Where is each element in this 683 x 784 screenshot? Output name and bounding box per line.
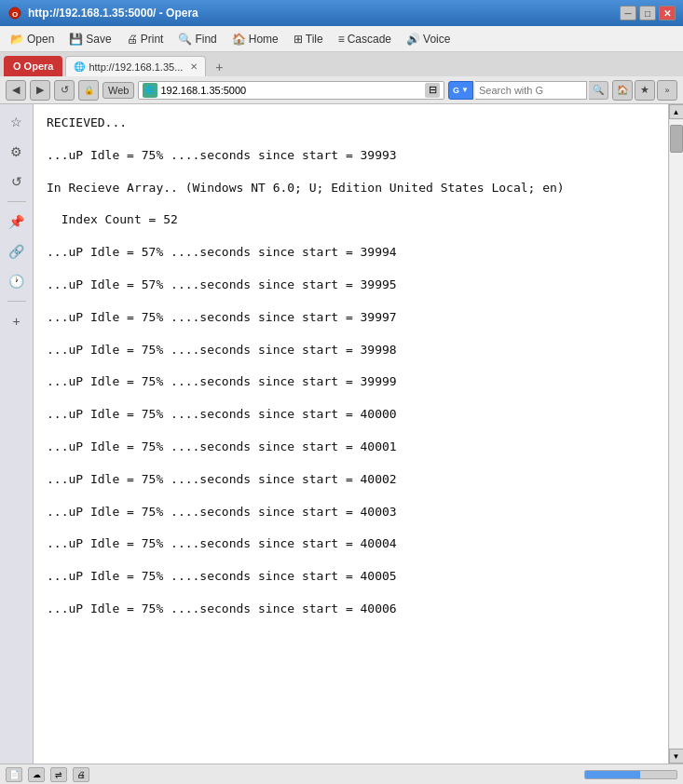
search-engine-button[interactable]: G ▼ [448, 81, 473, 100]
content-area[interactable]: RECIEVED......uP Idle = 75% ....seconds … [34, 104, 668, 764]
content-line: ...uP Idle = 75% ....seconds since start… [47, 308, 655, 328]
menu-open[interactable]: 📂 Open [4, 30, 61, 48]
search-section: G ▼ 🔍 [448, 81, 608, 100]
search-go-icon: 🔍 [593, 85, 604, 95]
forward-button[interactable]: ▶ [30, 80, 50, 101]
content-line [47, 587, 655, 600]
menu-tile-label: Tile [306, 33, 323, 46]
back-button[interactable]: ◀ [6, 80, 26, 101]
status-page-button[interactable]: 📄 [6, 767, 22, 782]
content-line [47, 263, 655, 276]
menu-home[interactable]: 🏠 Home [225, 30, 285, 48]
save-icon: 💾 [69, 33, 83, 46]
menu-tile[interactable]: ⊞ Tile [287, 30, 330, 48]
menu-print[interactable]: 🖨 Print [120, 30, 171, 48]
search-go-button[interactable]: 🔍 [589, 81, 608, 100]
menu-bar: 📂 Open 💾 Save 🖨 Print 🔍 Find 🏠 Home ⊞ Ti… [0, 26, 683, 52]
content-line [47, 457, 655, 470]
sidebar-sync-icon[interactable]: ↺ [5, 169, 29, 194]
minimize-button[interactable]: ─ [620, 6, 636, 20]
window-title: http://192.168.1.35:5000/ - Opera [28, 7, 620, 20]
window-controls: ─ □ ✕ [620, 6, 676, 20]
scroll-down-button[interactable]: ▼ [669, 749, 684, 764]
menu-find[interactable]: 🔍 Find [171, 30, 223, 48]
content-line: ...uP Idle = 75% ....seconds since start… [47, 503, 655, 522]
search-engine-logo: G [453, 86, 459, 95]
tab-bar: O Opera 🌐 http://192.168.1.35... ✕ + [0, 52, 683, 76]
content-line [47, 490, 655, 503]
open-icon: 📂 [10, 33, 24, 46]
menu-print-label: Print [141, 33, 164, 46]
web-badge: Web [102, 82, 134, 99]
content-line [47, 230, 655, 243]
cascade-icon: ≡ [338, 33, 345, 46]
opera-logo-tab[interactable]: O Opera [4, 56, 62, 76]
right-scrollbar: ▲ ▼ [668, 104, 683, 764]
status-bar: 📄 ☁ ⇌ 🖨 [0, 764, 683, 784]
content-line [47, 425, 655, 438]
sidebar-history-icon[interactable]: 🕐 [5, 269, 29, 293]
menu-open-label: Open [27, 33, 54, 46]
left-sidebar: ☆ ⚙ ↺ 📌 🔗 🕐 + [0, 104, 34, 764]
content-line [47, 197, 655, 210]
sidebar-add-icon[interactable]: + [5, 309, 29, 333]
content-line: ...uP Idle = 75% ....seconds since start… [47, 438, 655, 457]
address-bar[interactable]: 🌐 ⊟ [138, 81, 444, 100]
navigation-bar: ◀ ▶ ↺ 🔒 Web 🌐 ⊟ G ▼ 🔍 🏠 ★ » [0, 76, 683, 104]
scroll-up-button[interactable]: ▲ [669, 104, 684, 119]
content-line: ...uP Idle = 75% ....seconds since start… [47, 534, 655, 554]
menu-save[interactable]: 💾 Save [62, 30, 117, 48]
menu-cascade[interactable]: ≡ Cascade [332, 30, 398, 48]
address-bookmark-icon: ⊟ [425, 83, 440, 98]
status-progress-area [95, 770, 677, 779]
sidebar-star-icon[interactable]: ☆ [5, 110, 29, 134]
sidebar-settings-icon[interactable]: ⚙ [5, 140, 29, 164]
content-line [47, 554, 655, 567]
content-line: In Recieve Array.. (Windows NT 6.0; U; E… [47, 179, 655, 198]
tab-close-button[interactable]: ✕ [190, 61, 198, 72]
page-tab-1[interactable]: 🌐 http://192.168.1.35... ✕ [65, 56, 206, 76]
lock-button[interactable]: 🔒 [78, 80, 99, 101]
menu-find-label: Find [195, 33, 216, 46]
bookmark-button[interactable]: ★ [635, 80, 655, 101]
content-line: ...uP Idle = 75% ....seconds since start… [47, 372, 655, 392]
menu-voice[interactable]: 🔊 Voice [400, 30, 457, 48]
voice-icon: 🔊 [406, 33, 420, 46]
more-button[interactable]: » [657, 80, 677, 101]
status-network-button[interactable]: ⇌ [50, 767, 67, 782]
sidebar-divider-1 [7, 201, 26, 202]
sidebar-link-icon[interactable]: 🔗 [5, 239, 29, 264]
menu-cascade-label: Cascade [348, 33, 391, 46]
content-line: ...uP Idle = 57% ....seconds since start… [47, 276, 655, 295]
content-line [47, 521, 655, 534]
menu-voice-label: Voice [423, 33, 450, 46]
scroll-thumb[interactable] [670, 125, 683, 153]
content-line: RECIEVED... [47, 114, 655, 133]
content-line: ...uP Idle = 75% ....seconds since start… [47, 341, 655, 360]
nav-right-buttons: 🏠 ★ » [612, 80, 677, 101]
new-tab-button[interactable]: + [210, 58, 228, 76]
menu-home-label: Home [249, 33, 279, 46]
content-line: Index Count = 52 [47, 210, 655, 230]
address-favicon: 🌐 [143, 83, 157, 98]
page-tab-label: http://192.168.1.35... [89, 61, 183, 73]
content-line: ...uP Idle = 57% ....seconds since start… [47, 243, 655, 263]
sidebar-divider-2 [7, 301, 26, 302]
status-print-button[interactable]: 🖨 [73, 767, 89, 782]
content-line [47, 295, 655, 308]
search-dropdown-arrow: ▼ [461, 86, 469, 94]
scroll-track[interactable] [670, 120, 683, 748]
browser-body: ☆ ⚙ ↺ 📌 🔗 🕐 + RECIEVED......uP Idle = 75… [0, 104, 683, 764]
home-menu-icon: 🏠 [232, 33, 246, 46]
reload-button[interactable]: ↺ [54, 80, 75, 101]
sidebar-pin-icon[interactable]: 📌 [5, 210, 29, 234]
home-button[interactable]: 🏠 [612, 80, 633, 101]
tile-icon: ⊞ [294, 33, 303, 46]
close-button[interactable]: ✕ [659, 6, 676, 20]
progress-bar-container [584, 770, 677, 779]
maximize-button[interactable]: □ [639, 6, 656, 20]
search-input[interactable] [475, 81, 587, 100]
address-input[interactable] [160, 85, 425, 96]
content-line [47, 359, 655, 372]
status-cloud-button[interactable]: ☁ [28, 767, 45, 782]
